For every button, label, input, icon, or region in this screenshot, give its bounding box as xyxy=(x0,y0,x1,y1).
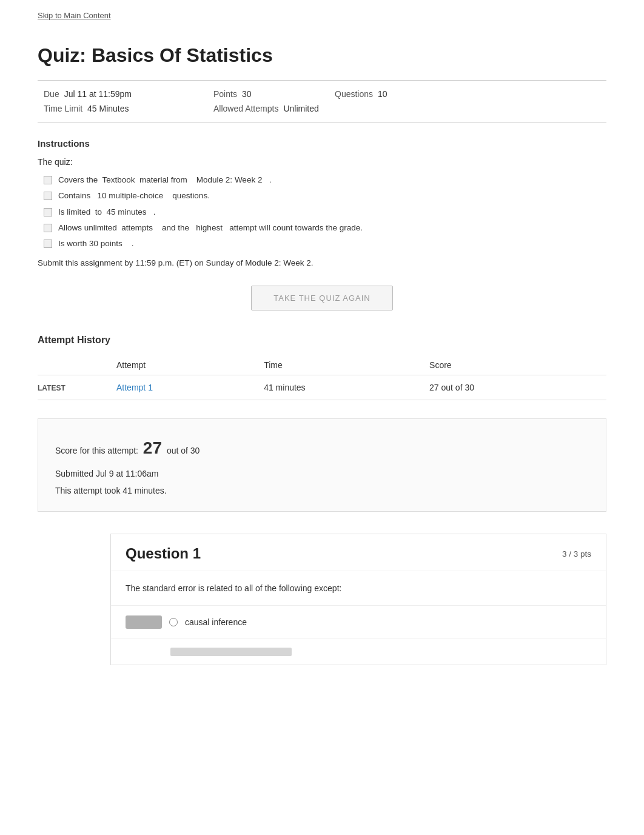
attempt-table: Attempt Time Score LATEST Attempt 1 41 m… xyxy=(38,355,606,400)
quiz-list: Covers the Textbook material from Module… xyxy=(44,174,606,250)
quiz-meta-section: Due Jul 11 at 11:59pm Points 30 Question… xyxy=(38,80,606,122)
attempt-time: 41 minutes xyxy=(264,375,429,400)
attempt-link[interactable]: Attempt 1 xyxy=(116,383,153,392)
instructions-heading: Instructions xyxy=(38,138,606,149)
question-header: Question 1 3 / 3 pts xyxy=(111,534,606,571)
skip-link[interactable]: Skip to Main Content xyxy=(0,0,644,20)
col-badge xyxy=(38,355,116,375)
list-item: Is worth 30 points . xyxy=(44,238,606,250)
answer-text: causal inference xyxy=(185,617,247,627)
time-limit-label: Time Limit xyxy=(44,104,82,113)
time-limit-value: 45 Minutes xyxy=(87,104,129,113)
bullet-icon xyxy=(44,176,52,184)
points-value: 30 xyxy=(242,89,252,99)
submitted-line: Submitted Jul 9 at 11:06am xyxy=(55,465,589,482)
questions-label: Questions xyxy=(335,89,373,99)
blurred-bar xyxy=(170,648,292,656)
quiz-title: Quiz: Basics Of Statistics xyxy=(38,44,606,67)
quiz-description: The quiz: xyxy=(38,157,606,167)
question-pts: 3 / 3 pts xyxy=(562,549,591,558)
allowed-attempts-label: Allowed Attempts xyxy=(213,104,278,113)
instructions-section: Instructions The quiz: Covers the Textbo… xyxy=(38,138,606,267)
col-attempt: Attempt xyxy=(116,355,264,375)
attempt-score: 27 out of 30 xyxy=(429,375,606,400)
due-value: Jul 11 at 11:59pm xyxy=(64,89,132,99)
score-summary: Score for this attempt: 27 out of 30 Sub… xyxy=(38,418,606,512)
question-text: The standard error is related to all of … xyxy=(126,583,591,593)
radio-circle xyxy=(169,618,178,626)
correct-indicator xyxy=(126,615,162,629)
col-time: Time xyxy=(264,355,429,375)
list-item: Covers the Textbook material from Module… xyxy=(44,174,606,186)
attempt-history-section: Attempt History Attempt Time Score LATES… xyxy=(38,335,606,400)
question-block: Question 1 3 / 3 pts The standard error … xyxy=(110,534,606,665)
take-quiz-button[interactable]: TAKE THE QUIZ AGAIN xyxy=(251,286,392,310)
list-item: Contains 10 multiple-choice questions. xyxy=(44,190,606,202)
question-body: The standard error is related to all of … xyxy=(111,571,606,606)
attempt-history-heading: Attempt History xyxy=(38,335,606,346)
blurred-row xyxy=(111,639,606,665)
take-quiz-btn-container: TAKE THE QUIZ AGAIN xyxy=(38,286,606,310)
duration-line: This attempt took 41 minutes. xyxy=(55,482,589,499)
list-item: Is limited to 45 minutes . xyxy=(44,206,606,218)
score-out-of: out of 30 xyxy=(167,446,200,455)
questions-value: 10 xyxy=(378,89,387,99)
bullet-icon xyxy=(44,208,52,216)
latest-badge: LATEST xyxy=(38,384,65,392)
table-row: LATEST Attempt 1 41 minutes 27 out of 30 xyxy=(38,375,606,400)
question-title: Question 1 xyxy=(126,545,201,562)
score-line: Score for this attempt: 27 out of 30 xyxy=(55,431,589,465)
submit-note: Submit this assignment by 11:59 p.m. (ET… xyxy=(38,258,606,267)
points-label: Points xyxy=(213,89,237,99)
bullet-icon xyxy=(44,224,52,232)
answer-option: causal inference xyxy=(111,606,606,639)
score-label: Score for this attempt: xyxy=(55,446,138,455)
allowed-attempts-value: Unlimited xyxy=(283,104,318,113)
col-score: Score xyxy=(429,355,606,375)
due-label: Due xyxy=(44,89,59,99)
score-number: 27 xyxy=(143,438,162,457)
bullet-icon xyxy=(44,192,52,200)
bullet-icon xyxy=(44,240,52,248)
list-item: Allows unlimited attempts and the highes… xyxy=(44,222,606,234)
